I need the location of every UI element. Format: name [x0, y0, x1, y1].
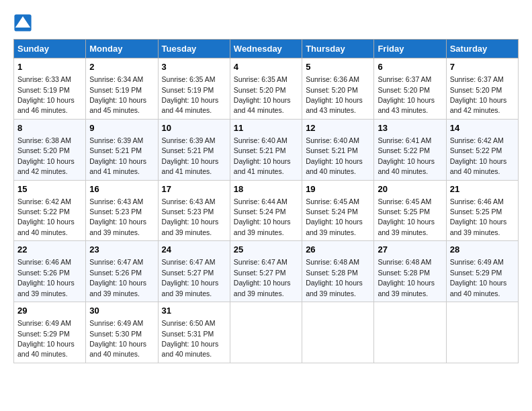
day-number: 24	[162, 244, 226, 256]
page-header	[13, 13, 519, 32]
day-number: 9	[89, 122, 154, 134]
calendar-cell: 4Sunrise: 6:35 AMSunset: 5:20 PMDaylight…	[230, 58, 302, 120]
day-sunrise: Sunrise: 6:41 AMSunset: 5:22 PMDaylight:…	[378, 136, 435, 175]
header-sunday: Sunday	[14, 40, 86, 58]
day-number: 16	[89, 183, 154, 195]
day-sunrise: Sunrise: 6:48 AMSunset: 5:28 PMDaylight:…	[378, 258, 435, 297]
day-number: 28	[450, 244, 515, 256]
day-number: 20	[378, 183, 442, 195]
day-number: 18	[234, 183, 298, 195]
calendar-cell: 15Sunrise: 6:42 AMSunset: 5:22 PMDayligh…	[14, 180, 86, 241]
header-saturday: Saturday	[446, 40, 518, 58]
header-wednesday: Wednesday	[230, 40, 302, 58]
day-sunrise: Sunrise: 6:47 AMSunset: 5:27 PMDaylight:…	[162, 258, 219, 297]
calendar-week-1: 1Sunrise: 6:33 AMSunset: 5:19 PMDaylight…	[14, 58, 519, 120]
day-number: 27	[378, 244, 442, 256]
day-number: 7	[450, 61, 515, 73]
calendar-week-2: 8Sunrise: 6:38 AMSunset: 5:20 PMDaylight…	[14, 119, 519, 180]
logo	[13, 13, 35, 32]
calendar-cell: 18Sunrise: 6:44 AMSunset: 5:24 PMDayligh…	[230, 180, 302, 241]
day-sunrise: Sunrise: 6:34 AMSunset: 5:19 PMDaylight:…	[89, 75, 146, 114]
calendar-cell: 26Sunrise: 6:48 AMSunset: 5:28 PMDayligh…	[302, 241, 374, 302]
day-number: 2	[89, 61, 154, 73]
day-sunrise: Sunrise: 6:35 AMSunset: 5:20 PMDaylight:…	[234, 75, 291, 114]
day-sunrise: Sunrise: 6:37 AMSunset: 5:20 PMDaylight:…	[450, 75, 507, 114]
day-number: 15	[17, 183, 82, 195]
calendar-week-5: 29Sunrise: 6:49 AMSunset: 5:29 PMDayligh…	[14, 302, 519, 363]
day-sunrise: Sunrise: 6:43 AMSunset: 5:23 PMDaylight:…	[162, 197, 219, 236]
calendar-cell	[302, 302, 374, 363]
day-sunrise: Sunrise: 6:46 AMSunset: 5:26 PMDaylight:…	[17, 258, 75, 297]
day-sunrise: Sunrise: 6:40 AMSunset: 5:21 PMDaylight:…	[306, 136, 363, 175]
calendar-cell: 3Sunrise: 6:35 AMSunset: 5:19 PMDaylight…	[158, 58, 230, 120]
calendar-week-4: 22Sunrise: 6:46 AMSunset: 5:26 PMDayligh…	[14, 241, 519, 302]
day-number: 8	[17, 122, 82, 134]
calendar-cell	[446, 302, 518, 363]
calendar-cell: 12Sunrise: 6:40 AMSunset: 5:21 PMDayligh…	[302, 119, 374, 180]
day-number: 13	[378, 122, 442, 134]
day-sunrise: Sunrise: 6:47 AMSunset: 5:27 PMDaylight:…	[234, 258, 291, 297]
header-friday: Friday	[374, 40, 446, 58]
calendar-cell: 6Sunrise: 6:37 AMSunset: 5:20 PMDaylight…	[374, 58, 446, 120]
day-number: 3	[162, 61, 226, 73]
day-sunrise: Sunrise: 6:35 AMSunset: 5:19 PMDaylight:…	[162, 75, 219, 114]
calendar-cell: 24Sunrise: 6:47 AMSunset: 5:27 PMDayligh…	[158, 241, 230, 302]
logo-icon	[13, 13, 32, 32]
day-sunrise: Sunrise: 6:46 AMSunset: 5:25 PMDaylight:…	[450, 197, 507, 236]
header-tuesday: Tuesday	[158, 40, 230, 58]
day-number: 12	[306, 122, 370, 134]
day-sunrise: Sunrise: 6:45 AMSunset: 5:24 PMDaylight:…	[306, 197, 363, 236]
calendar-cell: 25Sunrise: 6:47 AMSunset: 5:27 PMDayligh…	[230, 241, 302, 302]
calendar-cell: 20Sunrise: 6:45 AMSunset: 5:25 PMDayligh…	[374, 180, 446, 241]
header-thursday: Thursday	[302, 40, 374, 58]
day-number: 14	[450, 122, 515, 134]
day-sunrise: Sunrise: 6:39 AMSunset: 5:21 PMDaylight:…	[162, 136, 219, 175]
calendar-cell: 2Sunrise: 6:34 AMSunset: 5:19 PMDaylight…	[86, 58, 158, 120]
calendar-cell: 22Sunrise: 6:46 AMSunset: 5:26 PMDayligh…	[14, 241, 86, 302]
calendar-cell: 21Sunrise: 6:46 AMSunset: 5:25 PMDayligh…	[446, 180, 518, 241]
calendar-table: SundayMondayTuesdayWednesdayThursdayFrid…	[13, 39, 519, 363]
day-sunrise: Sunrise: 6:49 AMSunset: 5:30 PMDaylight:…	[89, 319, 146, 358]
calendar-cell: 8Sunrise: 6:38 AMSunset: 5:20 PMDaylight…	[14, 119, 86, 180]
calendar-cell: 28Sunrise: 6:49 AMSunset: 5:29 PMDayligh…	[446, 241, 518, 302]
calendar-cell	[374, 302, 446, 363]
calendar-cell: 17Sunrise: 6:43 AMSunset: 5:23 PMDayligh…	[158, 180, 230, 241]
day-number: 26	[306, 244, 370, 256]
calendar-cell: 14Sunrise: 6:42 AMSunset: 5:22 PMDayligh…	[446, 119, 518, 180]
calendar-week-3: 15Sunrise: 6:42 AMSunset: 5:22 PMDayligh…	[14, 180, 519, 241]
calendar-cell: 31Sunrise: 6:50 AMSunset: 5:31 PMDayligh…	[158, 302, 230, 363]
day-number: 29	[17, 305, 82, 317]
calendar-cell: 23Sunrise: 6:47 AMSunset: 5:26 PMDayligh…	[86, 241, 158, 302]
day-sunrise: Sunrise: 6:45 AMSunset: 5:25 PMDaylight:…	[378, 197, 435, 236]
calendar-header-row: SundayMondayTuesdayWednesdayThursdayFrid…	[14, 40, 519, 58]
day-number: 17	[162, 183, 226, 195]
header-monday: Monday	[86, 40, 158, 58]
day-sunrise: Sunrise: 6:49 AMSunset: 5:29 PMDaylight:…	[450, 258, 507, 297]
calendar-cell: 30Sunrise: 6:49 AMSunset: 5:30 PMDayligh…	[86, 302, 158, 363]
day-sunrise: Sunrise: 6:49 AMSunset: 5:29 PMDaylight:…	[17, 319, 75, 358]
calendar-cell: 9Sunrise: 6:39 AMSunset: 5:21 PMDaylight…	[86, 119, 158, 180]
day-sunrise: Sunrise: 6:36 AMSunset: 5:20 PMDaylight:…	[306, 75, 363, 114]
calendar-cell: 29Sunrise: 6:49 AMSunset: 5:29 PMDayligh…	[14, 302, 86, 363]
day-sunrise: Sunrise: 6:44 AMSunset: 5:24 PMDaylight:…	[234, 197, 291, 236]
calendar-cell: 10Sunrise: 6:39 AMSunset: 5:21 PMDayligh…	[158, 119, 230, 180]
day-number: 31	[162, 305, 226, 317]
day-sunrise: Sunrise: 6:50 AMSunset: 5:31 PMDaylight:…	[162, 319, 219, 358]
day-number: 6	[378, 61, 442, 73]
calendar-cell: 1Sunrise: 6:33 AMSunset: 5:19 PMDaylight…	[14, 58, 86, 120]
day-sunrise: Sunrise: 6:38 AMSunset: 5:20 PMDaylight:…	[17, 136, 75, 175]
day-number: 1	[17, 61, 82, 73]
day-sunrise: Sunrise: 6:33 AMSunset: 5:19 PMDaylight:…	[17, 75, 75, 114]
calendar-cell: 16Sunrise: 6:43 AMSunset: 5:23 PMDayligh…	[86, 180, 158, 241]
day-number: 30	[89, 305, 154, 317]
day-sunrise: Sunrise: 6:40 AMSunset: 5:21 PMDaylight:…	[234, 136, 291, 175]
day-number: 19	[306, 183, 370, 195]
day-number: 25	[234, 244, 298, 256]
day-number: 4	[234, 61, 298, 73]
calendar-cell: 5Sunrise: 6:36 AMSunset: 5:20 PMDaylight…	[302, 58, 374, 120]
day-sunrise: Sunrise: 6:42 AMSunset: 5:22 PMDaylight:…	[450, 136, 507, 175]
calendar-cell: 19Sunrise: 6:45 AMSunset: 5:24 PMDayligh…	[302, 180, 374, 241]
day-number: 11	[234, 122, 298, 134]
day-sunrise: Sunrise: 6:39 AMSunset: 5:21 PMDaylight:…	[89, 136, 146, 175]
day-number: 21	[450, 183, 515, 195]
